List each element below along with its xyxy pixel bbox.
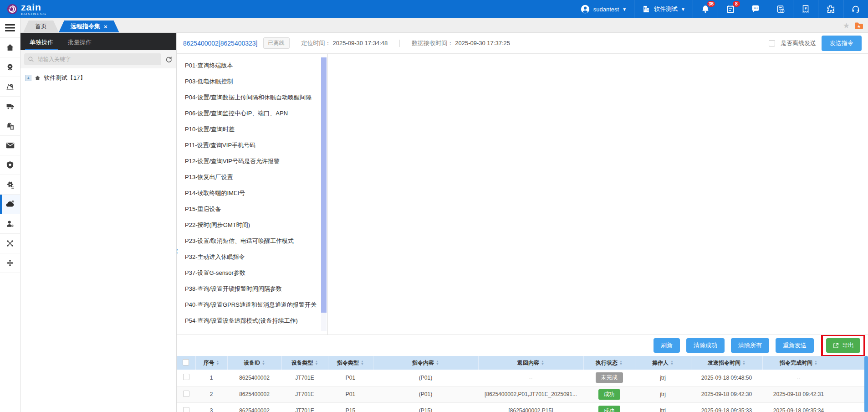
tab-remote-commands[interactable]: 远程指令集 × [59,21,119,32]
hamburger-icon [5,24,15,32]
sort-icon[interactable]: ▲▼ [670,360,674,366]
sidebar-item-tracking[interactable] [0,77,20,97]
command-item[interactable]: P12-设置/查询VIP号码是否允许报警 [185,153,317,169]
resend-button[interactable]: 重新发送 [776,338,814,353]
sidebar-item-remote-commands[interactable] [0,195,20,214]
table-row[interactable]: 3 8625400002 JT701E P15 (P15) [862540000… [177,402,868,412]
zain-logo: zain BUSINESS [0,2,46,16]
command-item[interactable]: P37-设置G-sensor参数 [185,265,317,281]
sort-icon[interactable]: ▲▼ [814,360,817,366]
command-item[interactable]: P14-读取终端的IMEI号 [185,185,317,201]
sidebar-item-alarm-report[interactable] [0,116,20,136]
brand-subtitle: BUSINESS [21,12,46,16]
command-item[interactable]: P11-设置/查询VIP手机号码 [185,137,317,153]
sort-icon[interactable]: ▲▼ [541,360,544,366]
tab-single-operation-label: 单独操作 [30,39,53,46]
sort-icon[interactable]: ▲▼ [315,360,318,366]
row-checkbox[interactable] [183,407,189,412]
plugins-button[interactable] [818,0,843,18]
tab-single-operation[interactable]: 单独操作 [22,34,61,50]
export-button-label: 导出 [842,341,854,350]
chat-icon [751,4,761,14]
row-checkbox[interactable] [183,391,189,397]
search-box [24,53,161,65]
mail-icon [5,141,15,149]
tab-home[interactable]: 首页 [23,21,59,32]
sidebar-item-user-management[interactable] [0,214,20,234]
scrollbar-thumb[interactable] [321,57,327,313]
brand-name: zain [21,2,46,12]
tab-batch-operation[interactable]: 批量操作 [61,34,99,50]
home-group-icon [34,75,41,81]
sidebar-item-monitoring[interactable] [0,57,20,77]
command-item[interactable]: P03-低电休眠控制 [185,73,317,89]
search-input[interactable] [37,56,158,63]
command-item[interactable]: P10-设置/查询时差 [185,121,317,137]
command-item[interactable]: P15-重启设备 [185,201,317,217]
receipt-yen-icon: ¥ [801,4,811,14]
sort-icon[interactable]: ▲▼ [216,360,220,366]
tree-node-root[interactable]: + 软件测试【17】 [25,74,172,82]
command-log-section: 刷新 清除成功 清除所有 重新发送 [177,335,868,412]
refresh-button[interactable]: 刷新 [654,338,680,353]
command-item[interactable]: P54-查询/设置设备追踪模式(设备持续工作) [185,313,317,329]
support-button[interactable] [843,0,868,18]
command-item[interactable]: P32-主动进入休眠指令 [185,249,317,265]
offline-send-checkbox[interactable] [769,40,775,46]
clear-all-button[interactable]: 清除所有 [731,338,769,353]
sort-icon[interactable]: ▲▼ [619,360,623,366]
sidebar-item-settings[interactable] [0,175,20,195]
sidebar-item-messages[interactable] [0,136,20,155]
sort-icon[interactable]: ▲▼ [361,360,364,366]
tab-home-label: 首页 [35,22,47,31]
app-root: zain BUSINESS sudantest ▼ [0,0,868,412]
tasks-badge: 8 [733,1,740,7]
expand-icon[interactable]: + [25,75,31,81]
command-item[interactable]: P04-设置/查询数据上传间隔和休眠自动唤醒间隔 [185,89,317,105]
command-item[interactable]: P01-查询终端版本 [185,57,317,73]
notifications-button[interactable]: 36 [693,0,718,18]
close-tab-icon[interactable]: × [104,23,107,30]
offline-send-label: 是否离线发送 [781,39,816,47]
sort-icon[interactable]: ▲▼ [436,360,439,366]
sidebar-item-applications[interactable] [0,253,20,273]
billing-button[interactable]: ¥ [793,0,818,18]
export-button[interactable]: 导出 [826,338,860,353]
command-item[interactable]: P23-设置/取消短信、电话可唤醒工作模式 [185,233,317,249]
sort-icon[interactable]: ▲▼ [262,360,265,366]
bell-document-icon [5,121,15,131]
collapse-panel-icon[interactable]: ‹ [177,245,178,257]
command-item[interactable]: P38-查询/设置开锁报警时间间隔参数 [185,281,317,297]
sidebar-item-dispatch[interactable] [0,234,20,253]
row-checkbox[interactable] [183,374,189,380]
messages-button[interactable] [743,0,768,18]
schedule-button[interactable] [768,0,793,18]
chevron-down-icon: ▼ [622,7,627,12]
refresh-icon[interactable] [165,56,173,63]
org-menu[interactable]: 软件测试 ▼ [634,0,693,18]
favorite-star-icon[interactable]: ★ [843,21,850,31]
tasks-button[interactable]: 8 [718,0,743,18]
command-item[interactable]: P40-查询/设置GPRS通道和短消息通道的报警开关 [185,297,317,313]
send-command-button[interactable]: 发送指令 [822,36,862,51]
select-all-checkbox[interactable] [183,359,189,366]
clear-success-button[interactable]: 清除成功 [686,338,725,353]
command-item[interactable]: P13-恢复出厂设置 [185,169,317,185]
sidebar-item-vehicles[interactable] [0,97,20,116]
table-row[interactable]: 1 8625400002 JT701E P01 (P01) -- 未完成 jtr… [177,370,868,386]
table-row[interactable]: 2 8625400002 JT701E P01 (P01) [862540000… [177,386,868,402]
sidebar-item-home[interactable] [0,38,20,57]
table-scrollbar[interactable] [864,356,868,412]
tree-node-label: 软件测试【17】 [44,74,86,82]
menu-toggle-button[interactable] [0,18,20,38]
search-row [20,50,176,68]
favorites-folder-icon[interactable]: ★ [854,22,863,30]
command-item[interactable]: P22-授时(同步GMT时间) [185,217,317,233]
user-menu[interactable]: sudantest ▼ [573,0,634,18]
command-item[interactable]: P06-设置/查询监控中心IP、端口、APN [185,105,317,121]
sidebar-item-security[interactable] [0,155,20,175]
command-list-scrollbar[interactable] [321,57,327,331]
sort-icon[interactable]: ▲▼ [742,360,745,366]
headset-icon [851,4,861,14]
device-id-link[interactable]: 8625400002[8625400323] [183,40,258,47]
